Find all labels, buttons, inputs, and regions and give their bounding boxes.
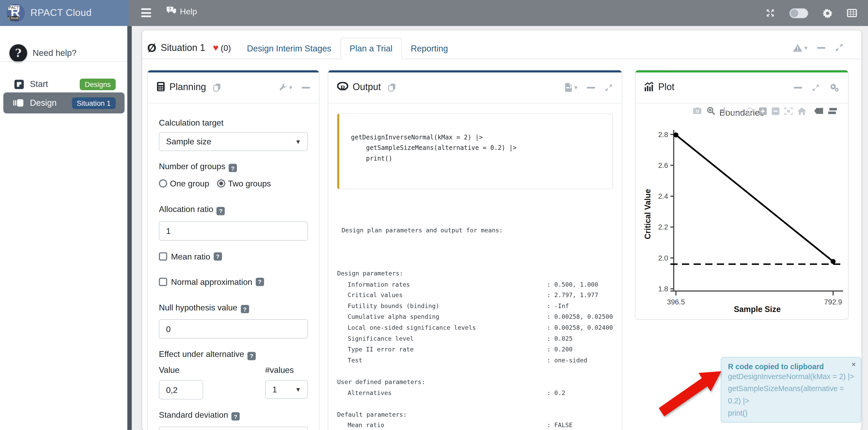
help-chat-icon: ? bbox=[166, 6, 177, 16]
svg-text:Sample Size: Sample Size bbox=[734, 305, 781, 314]
tab-plan-a-trial[interactable]: Plan a Trial bbox=[340, 38, 402, 59]
r-logo-icon: R bbox=[337, 82, 348, 94]
dark-mode-toggle[interactable] bbox=[789, 8, 808, 18]
svg-text:2.2: 2.2 bbox=[658, 223, 668, 231]
help-badge-icon[interactable]: ? bbox=[247, 352, 256, 360]
grid-apps-icon[interactable] bbox=[847, 9, 857, 17]
allocation-ratio-label: Allocation ratio bbox=[159, 204, 213, 213]
svg-text:2.8: 2.8 bbox=[658, 131, 668, 139]
chevron-down-icon: ▼ bbox=[295, 138, 301, 145]
zoom-in-icon[interactable] bbox=[759, 107, 767, 115]
toast-line: 0.2) |> bbox=[728, 395, 854, 407]
calculation-target-value: Sample size bbox=[166, 137, 211, 146]
calculator-icon bbox=[157, 82, 165, 94]
boundaries-tag-toggle-icon[interactable] bbox=[814, 108, 823, 114]
tab-reporting[interactable]: Reporting bbox=[402, 38, 457, 59]
pan-icon[interactable] bbox=[720, 107, 728, 115]
need-help-label: Need help? bbox=[33, 48, 76, 58]
standard-deviation-input[interactable] bbox=[159, 427, 308, 430]
radio-two-groups[interactable] bbox=[217, 179, 225, 188]
plotly-toolbar bbox=[693, 107, 837, 115]
plot-settings-gears-icon[interactable] bbox=[829, 83, 839, 92]
help-badge-icon[interactable]: ? bbox=[231, 412, 240, 421]
normal-approximation-checkbox[interactable] bbox=[159, 277, 167, 286]
output-row: Cumulative alpha spending: 0.00258, 0.02… bbox=[337, 312, 613, 323]
tab-design-interim-stages[interactable]: Design Interim Stages bbox=[238, 38, 340, 59]
value-label: Value bbox=[159, 365, 180, 374]
sidebar-item-design[interactable]: Design Situation 1 bbox=[3, 92, 125, 113]
plot-accent bbox=[636, 70, 848, 72]
lasso-icon[interactable] bbox=[746, 107, 754, 115]
collapse-output-button[interactable] bbox=[587, 87, 595, 88]
allocation-ratio-input[interactable] bbox=[159, 221, 308, 240]
null-hypothesis-input[interactable] bbox=[159, 319, 308, 339]
collapse-planning-button[interactable] bbox=[302, 87, 310, 88]
export-file-dropdown[interactable]: ▾ bbox=[565, 83, 578, 92]
svg-text:2.0: 2.0 bbox=[658, 254, 668, 262]
expand-workspace-button[interactable] bbox=[835, 43, 843, 52]
autoscale-icon[interactable] bbox=[784, 107, 793, 115]
radio-one-group-label: One group bbox=[170, 179, 209, 188]
lines-toggle-icon[interactable] bbox=[828, 107, 837, 114]
code-line: print() bbox=[351, 153, 607, 163]
output-row: Type II error rate: 0.200 bbox=[337, 344, 613, 355]
output-row: Information rates: 0.500, 1.000 bbox=[337, 279, 613, 290]
help-badge-icon[interactable]: ? bbox=[217, 207, 225, 215]
design-icon bbox=[13, 98, 24, 107]
output-row: Test: one-sided bbox=[337, 355, 613, 366]
r-output-text: Design plan parameters and output for me… bbox=[337, 203, 613, 430]
expand-output-button[interactable] bbox=[604, 83, 613, 92]
zoom-icon[interactable] bbox=[707, 107, 715, 115]
standard-deviation-label: Standard deviation bbox=[159, 410, 228, 419]
copy-icon[interactable] bbox=[213, 83, 221, 92]
help-badge-icon[interactable]: ? bbox=[214, 252, 222, 260]
situation-title: Situation 1 bbox=[161, 42, 205, 53]
help-button[interactable]: ? Help bbox=[166, 6, 197, 16]
hamburger-menu-icon[interactable] bbox=[141, 8, 151, 17]
sidebar-scrollbar[interactable] bbox=[127, 26, 132, 430]
panel-title: Planning bbox=[169, 82, 206, 93]
chevron-down-icon: ▼ bbox=[295, 386, 301, 392]
zoom-out-icon[interactable] bbox=[772, 107, 779, 115]
home-icon[interactable] bbox=[798, 107, 806, 115]
clipboard-toast: × R code copied to clipboard getDesignIn… bbox=[721, 357, 861, 423]
close-icon[interactable]: × bbox=[851, 360, 856, 369]
output-section-title: Default parameters: bbox=[337, 409, 613, 420]
sidebar-need-help[interactable]: ? Need help? bbox=[0, 35, 127, 71]
camera-icon[interactable] bbox=[693, 107, 702, 114]
tools-wrench-dropdown[interactable]: ▾ bbox=[279, 83, 292, 92]
mean-ratio-checkbox[interactable] bbox=[159, 252, 167, 260]
warnings-dropdown-button[interactable]: ▾ bbox=[793, 43, 807, 52]
output-row: Critical values: 2.797, 1.977 bbox=[337, 290, 613, 301]
question-mark-icon: ? bbox=[9, 44, 27, 62]
favorite-heart-icon[interactable]: ♥ bbox=[213, 42, 218, 53]
output-row: Futility bounds (binding): -Inf bbox=[337, 301, 613, 312]
help-badge-icon[interactable]: ? bbox=[256, 277, 264, 286]
num-values-select[interactable]: 1 ▼ bbox=[265, 380, 308, 399]
output-accent bbox=[328, 70, 622, 72]
copy-icon[interactable] bbox=[388, 83, 397, 92]
code-line: getSampleSizeMeans(alternative = 0.2) |> bbox=[351, 142, 607, 153]
collapse-plot-button[interactable] bbox=[794, 87, 802, 88]
planning-accent bbox=[148, 70, 319, 72]
top-bar: R PACT Cloud RPACT Cloud ? Help bbox=[0, 0, 868, 26]
calculation-target-select[interactable]: Sample size ▼ bbox=[159, 132, 308, 151]
collapse-workspace-button[interactable] bbox=[817, 47, 825, 48]
box-select-icon[interactable] bbox=[734, 107, 741, 115]
expand-plot-button[interactable] bbox=[812, 83, 820, 92]
app-root: R PACT Cloud RPACT Cloud ? Help bbox=[0, 0, 868, 430]
svg-text:Critical Value: Critical Value bbox=[643, 189, 652, 239]
fullscreen-arrows-icon[interactable] bbox=[766, 8, 775, 18]
r-code-block: getDesignInverseNormal(kMax = 2) |> getS… bbox=[337, 113, 613, 189]
help-badge-icon[interactable]: ? bbox=[228, 164, 237, 172]
favorites-count: (0) bbox=[221, 43, 231, 53]
effect-value-input[interactable] bbox=[159, 380, 203, 399]
sidebar-item-start[interactable]: Start Designs bbox=[3, 74, 125, 95]
radio-one-group[interactable] bbox=[159, 179, 167, 188]
code-line: getDesignInverseNormal(kMax = 2) |> bbox=[351, 132, 607, 142]
toast-line: print() bbox=[728, 407, 854, 420]
help-badge-icon[interactable]: ? bbox=[241, 305, 249, 313]
output-section-title: Design parameters: bbox=[337, 268, 613, 279]
settings-gear-icon[interactable] bbox=[823, 8, 833, 18]
output-row: Local one-sided significance levels: 0.0… bbox=[337, 323, 613, 334]
